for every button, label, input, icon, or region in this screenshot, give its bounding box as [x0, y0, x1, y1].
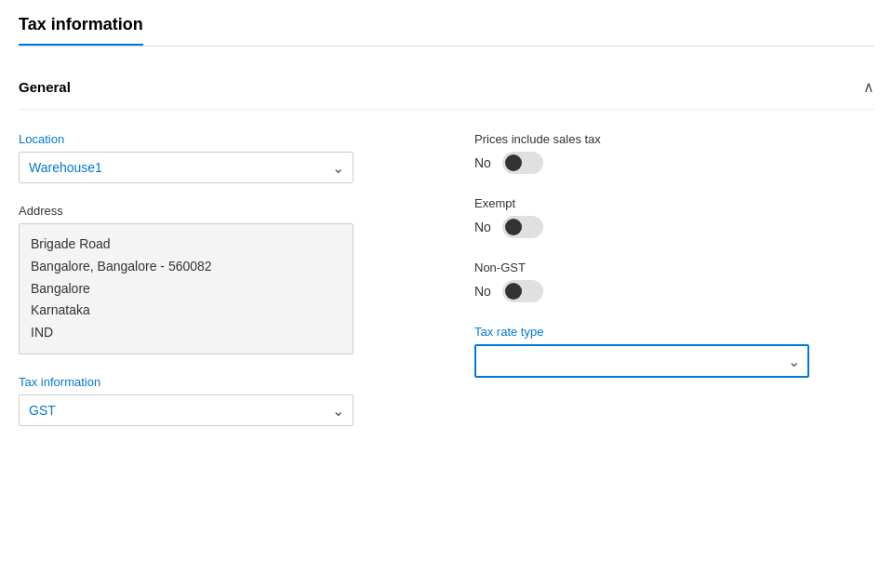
tax-info-field-group: Tax information GST VAT None ⌄	[19, 375, 419, 426]
tax-rate-type-field-group: Tax rate type Standard Reduced Zero ⌄	[474, 325, 874, 378]
tax-rate-type-select[interactable]: Standard Reduced Zero	[474, 344, 809, 378]
exempt-toggle[interactable]	[502, 216, 543, 238]
page-title: Tax information	[19, 15, 143, 33]
address-line-1: Brigade Road	[31, 234, 341, 256]
location-label: Location	[19, 132, 419, 146]
exempt-value: No	[474, 220, 491, 234]
address-box: Brigade Road Bangalore, Bangalore - 5600…	[19, 223, 353, 354]
non-gst-row: No	[474, 280, 874, 302]
prices-include-tax-slider	[502, 152, 543, 174]
prices-include-tax-field: Prices include sales tax No	[474, 132, 874, 174]
form-columns: Location Warehouse1 Warehouse2 ⌄ Address…	[19, 132, 874, 447]
section-header: General ∧	[19, 65, 874, 110]
non-gst-label: Non-GST	[474, 261, 874, 274]
location-select-wrapper: Warehouse1 Warehouse2 ⌄	[19, 152, 353, 183]
non-gst-toggle[interactable]	[502, 280, 543, 302]
address-line-3: Bangalore	[31, 278, 341, 301]
non-gst-slider	[502, 280, 543, 302]
tax-rate-type-select-wrapper: Standard Reduced Zero ⌄	[474, 344, 809, 378]
prices-include-tax-value: No	[474, 155, 491, 170]
address-line-2: Bangalore, Bangalore - 560082	[31, 256, 341, 278]
tax-rate-type-label: Tax rate type	[474, 325, 874, 339]
address-line-5: IND	[31, 322, 341, 344]
collapse-icon[interactable]: ∧	[863, 78, 874, 96]
exempt-row: No	[474, 216, 874, 238]
address-field-group: Address Brigade Road Bangalore, Bangalor…	[19, 204, 419, 354]
tax-info-label: Tax information	[19, 375, 419, 389]
exempt-label: Exempt	[474, 196, 874, 210]
address-label: Address	[19, 204, 419, 218]
exempt-slider	[502, 216, 543, 238]
non-gst-value: No	[474, 284, 491, 299]
tax-info-select[interactable]: GST VAT None	[19, 394, 353, 426]
location-select[interactable]: Warehouse1 Warehouse2	[19, 152, 353, 183]
page-header: Tax information	[19, 15, 143, 46]
page-container: Tax information General ∧ Location Wareh…	[0, 0, 893, 588]
location-field-group: Location Warehouse1 Warehouse2 ⌄	[19, 132, 419, 183]
header-divider	[19, 46, 874, 47]
non-gst-field: Non-GST No	[474, 261, 874, 302]
section-title: General	[19, 79, 71, 95]
prices-include-tax-row: No	[474, 152, 874, 174]
tax-info-select-wrapper: GST VAT None ⌄	[19, 394, 353, 426]
left-column: Location Warehouse1 Warehouse2 ⌄ Address…	[19, 132, 419, 447]
prices-include-tax-toggle[interactable]	[502, 152, 543, 174]
exempt-field: Exempt No	[474, 196, 874, 238]
right-column: Prices include sales tax No Exempt No	[474, 132, 874, 447]
prices-include-tax-label: Prices include sales tax	[474, 132, 874, 146]
address-line-4: Karnataka	[31, 300, 341, 322]
